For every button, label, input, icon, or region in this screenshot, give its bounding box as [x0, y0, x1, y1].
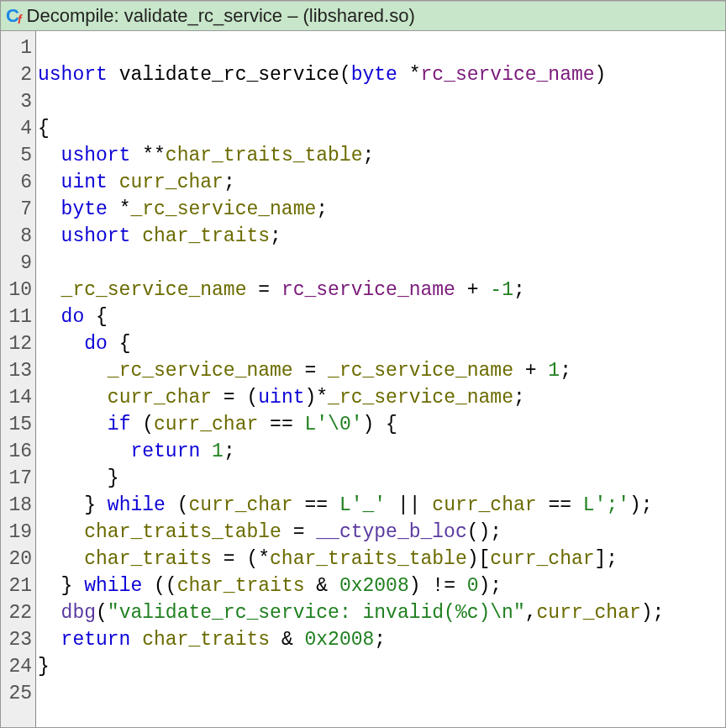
- code-token[interactable]: *: [108, 198, 131, 220]
- code-token[interactable]: }: [38, 656, 50, 678]
- code-token[interactable]: curr_char: [188, 494, 292, 516]
- code-token[interactable]: rc_service_name: [281, 279, 455, 301]
- code-token[interactable]: [38, 333, 84, 355]
- code-token[interactable]: curr_char: [537, 602, 641, 624]
- code-token[interactable]: *: [397, 64, 421, 86]
- code-token[interactable]: uint: [61, 171, 108, 193]
- line-number[interactable]: 17: [6, 465, 32, 492]
- code-token[interactable]: [38, 198, 61, 220]
- code-token[interactable]: ==: [293, 494, 339, 516]
- code-token[interactable]: }: [38, 467, 119, 489]
- line-number[interactable]: 20: [6, 546, 32, 572]
- code-token[interactable]: {: [38, 118, 50, 140]
- code-line[interactable]: [38, 250, 720, 277]
- code-token[interactable]: [38, 145, 61, 166]
- code-token[interactable]: [108, 171, 119, 193]
- line-number[interactable]: 23: [6, 626, 32, 653]
- code-token[interactable]: L'_': [339, 494, 386, 516]
- code-token[interactable]: [38, 279, 61, 301]
- code-line[interactable]: char_traits_table = __ctype_b_loc();: [38, 519, 720, 546]
- code-token[interactable]: char_traits: [177, 575, 305, 597]
- code-token[interactable]: [38, 629, 61, 651]
- code-token[interactable]: curr_char: [490, 548, 594, 570]
- code-token[interactable]: "validate_rc_service: invalid(%c)\n": [108, 602, 525, 624]
- code-token[interactable]: ;: [374, 629, 386, 651]
- code-line[interactable]: }: [38, 653, 720, 680]
- code-token[interactable]: char_traits_table: [166, 145, 363, 166]
- code-token[interactable]: ) {: [363, 414, 397, 435]
- code-token[interactable]: [38, 225, 61, 247]
- code-token[interactable]: curr_char: [432, 494, 536, 516]
- code-line[interactable]: return 1;: [38, 438, 720, 465]
- code-token[interactable]: {: [84, 306, 108, 328]
- code-token[interactable]: _rc_service_name: [328, 387, 513, 409]
- code-token[interactable]: byte: [351, 64, 397, 86]
- code-line[interactable]: _rc_service_name = rc_service_name + -1;: [38, 277, 720, 303]
- code-token[interactable]: __ctype_b_loc: [316, 521, 466, 543]
- code-token[interactable]: ;: [224, 440, 235, 462]
- code-token[interactable]: );: [479, 575, 502, 597]
- code-token[interactable]: &: [304, 575, 339, 597]
- code-token[interactable]: =: [246, 279, 281, 301]
- code-token[interactable]: char_traits: [142, 225, 270, 247]
- code-token[interactable]: **: [130, 145, 165, 166]
- code-token[interactable]: ];: [595, 548, 618, 570]
- line-number[interactable]: 11: [6, 303, 32, 330]
- code-token[interactable]: }: [38, 494, 108, 516]
- code-line[interactable]: ushort **char_traits_table;: [38, 142, 720, 169]
- code-token[interactable]: byte: [61, 198, 108, 220]
- code-token[interactable]: =: [293, 360, 328, 382]
- code-line[interactable]: uint curr_char;: [38, 169, 720, 196]
- code-token[interactable]: (: [96, 602, 108, 624]
- code-token[interactable]: ==: [258, 414, 304, 435]
- code-token[interactable]: 0x2008: [305, 629, 375, 651]
- code-token[interactable]: ushort: [61, 225, 131, 247]
- code-token[interactable]: rc_service_name: [421, 64, 595, 86]
- line-number[interactable]: 16: [6, 438, 32, 465]
- line-number[interactable]: 8: [6, 223, 32, 250]
- code-token[interactable]: -1: [490, 279, 513, 301]
- code-token[interactable]: ;: [363, 145, 375, 166]
- code-token[interactable]: ;: [224, 171, 235, 193]
- code-token[interactable]: 1: [212, 440, 224, 462]
- code-token[interactable]: L'\0': [305, 414, 363, 435]
- code-line[interactable]: char_traits = (*char_traits_table)[curr_…: [38, 546, 720, 572]
- code-token[interactable]: );: [641, 602, 665, 624]
- code-token[interactable]: [130, 225, 142, 247]
- code-token[interactable]: _rc_service_name: [108, 360, 293, 382]
- code-token[interactable]: _rc_service_name: [328, 360, 513, 382]
- code-token[interactable]: _rc_service_name: [130, 198, 316, 220]
- code-token[interactable]: ,: [525, 602, 537, 624]
- code-token[interactable]: = (*: [212, 548, 270, 570]
- code-token[interactable]: do: [61, 306, 85, 328]
- code-line[interactable]: _rc_service_name = _rc_service_name + 1;: [38, 357, 720, 384]
- code-token[interactable]: ;: [316, 198, 328, 220]
- code-token[interactable]: ;: [560, 360, 571, 382]
- code-token[interactable]: curr_char: [154, 414, 258, 435]
- line-number[interactable]: 15: [6, 411, 32, 438]
- code-token[interactable]: curr_char: [108, 387, 212, 409]
- code-line[interactable]: ushort validate_rc_service(byte *rc_serv…: [38, 61, 720, 88]
- code-line[interactable]: curr_char = (uint)*_rc_service_name;: [38, 384, 720, 411]
- code-token[interactable]: ) !=: [409, 575, 467, 597]
- line-number[interactable]: 13: [6, 357, 32, 384]
- line-number[interactable]: 6: [6, 169, 32, 196]
- code-line[interactable]: do {: [38, 303, 720, 330]
- code-token[interactable]: &: [270, 629, 304, 651]
- code-token[interactable]: [38, 548, 84, 570]
- code-token[interactable]: [38, 440, 130, 462]
- code-token[interactable]: do: [84, 333, 108, 355]
- code-token[interactable]: while: [108, 494, 166, 516]
- code-token[interactable]: [38, 171, 61, 193]
- line-number[interactable]: 3: [6, 88, 32, 115]
- line-number[interactable]: 7: [6, 196, 32, 223]
- code-token[interactable]: +: [455, 279, 490, 301]
- code-token[interactable]: char_traits: [84, 548, 212, 570]
- code-line[interactable]: [38, 680, 720, 707]
- code-token[interactable]: if: [108, 414, 131, 435]
- code-token[interactable]: 0: [467, 575, 479, 597]
- code-token[interactable]: (: [130, 414, 154, 435]
- line-number[interactable]: 24: [6, 653, 32, 680]
- code-token[interactable]: ;: [513, 387, 525, 409]
- code-line[interactable]: byte *_rc_service_name;: [38, 196, 720, 223]
